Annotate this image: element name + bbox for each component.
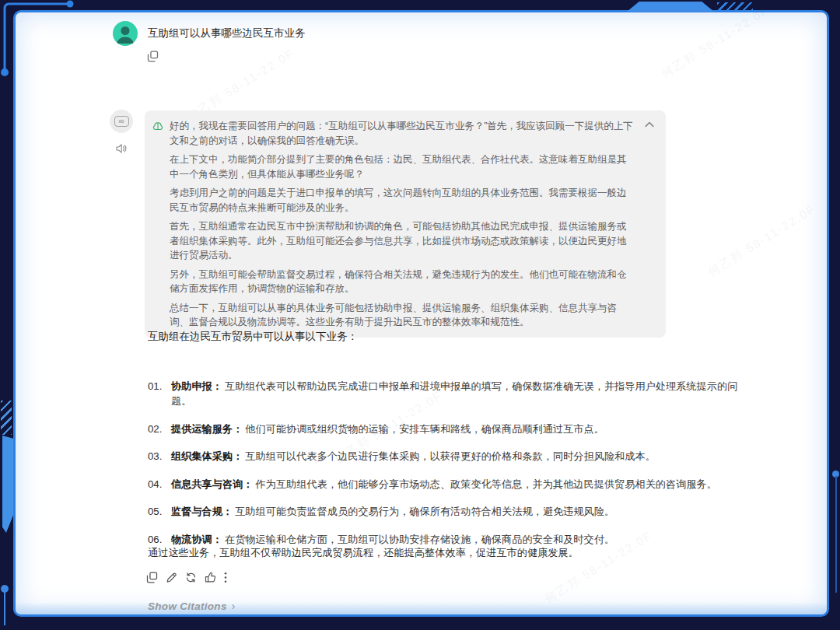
- copy-icon: [146, 572, 158, 583]
- thumbs-up-button[interactable]: [205, 571, 217, 583]
- reasoning-paragraph: 在上下文中，功能简介部分提到了主要的角色包括：边民、互助组代表、合作社代表。这意…: [170, 152, 635, 181]
- edit-button[interactable]: [166, 571, 178, 583]
- list-item: 02. 提供运输服务：他们可能协调或组织货物的运输，安排车辆和路线，确保商品顺利…: [148, 422, 751, 436]
- answer-toolbar: [146, 571, 230, 583]
- person-icon: [113, 21, 138, 46]
- item-label: 组织集体采购：: [171, 450, 243, 462]
- reasoning-icon: [152, 121, 163, 131]
- reasoning-card: 好的，我现在需要回答用户的问题：“互助组可以从事哪些边民互市业务？”首先，我应该…: [145, 110, 666, 338]
- item-label: 协助申报：: [171, 380, 222, 392]
- collapse-reasoning-button[interactable]: [645, 120, 654, 129]
- frame-left-node-line: [4, 591, 6, 625]
- copy-question-button[interactable]: [147, 50, 159, 62]
- chevron-up-icon: [645, 120, 654, 129]
- reasoning-paragraph: 首先，互助组通常在边民互市中扮演帮助和协调的角色，可能包括协助其他边民完成申报、…: [170, 219, 635, 263]
- frame-left-hatch-stripes: [1, 401, 12, 435]
- frame-top-hatch-stripes: [717, 2, 753, 11]
- list-item: 03. 组织集体采购：互助组可以代表多个边民进行集体采购，以获得更好的价格和条款…: [148, 449, 751, 464]
- chevron-right-icon: ›: [232, 600, 236, 612]
- show-citations-link[interactable]: Show Citations›: [148, 600, 236, 612]
- reasoning-paragraph: 总结一下，互助组可以从事的具体业务可能包括协助申报、提供运输服务、组织集体采购、…: [170, 301, 635, 330]
- list-item: 01. 协助申报：互助组代表可以帮助边民完成进口申报单和进境申报单的填写，确保数…: [148, 379, 751, 408]
- more-icon: [224, 572, 227, 583]
- frame-right-node-line: [835, 476, 837, 593]
- user-question-text: 互助组可以从事哪些边民互市业务: [148, 26, 306, 40]
- reasoning-paragraph: 另外，互助组可能会帮助监督交易过程，确保符合相关法规，避免违规行为的发生。他们也…: [170, 268, 635, 296]
- item-label: 信息共享与咨询：: [171, 478, 254, 490]
- frame-left-accent-bar: [2, 436, 13, 533]
- thumbs-up-icon: [205, 572, 216, 583]
- item-number: 01.: [148, 379, 171, 408]
- more-options-button[interactable]: [224, 571, 230, 583]
- item-number: 03.: [148, 449, 171, 464]
- item-text: 他们可能协调或组织货物的运输，安排车辆和路线，确保商品顺利通过互市点。: [245, 423, 604, 435]
- list-item: 04. 信息共享与咨询：作为互助组代表，他们能够分享市场动态、政策变化等信息，并…: [148, 477, 751, 492]
- item-text: 作为互助组代表，他们能够分享市场动态、政策变化等信息，并为其他边民提供贸易相关的…: [256, 478, 717, 490]
- item-number: 04.: [148, 477, 171, 492]
- edit-icon: [166, 572, 177, 583]
- read-aloud-button[interactable]: [115, 142, 128, 155]
- reasoning-paragraph: 考虑到用户之前的问题是关于进口申报单的填写，这次问题转向互助组的具体业务范围。我…: [170, 186, 635, 215]
- reasoning-paragraph: 好的，我现在需要回答用户的问题：“互助组可以从事哪些边民互市业务？”首先，我应该…: [170, 119, 635, 148]
- item-number: 05.: [148, 504, 171, 519]
- frame-corner-line: [0, 0, 86, 86]
- answer-list: 01. 协助申报：互助组代表可以帮助边民完成进口申报单和进境申报单的填写，确保数…: [148, 379, 751, 559]
- copy-icon: [147, 51, 159, 62]
- list-item: 05. 监督与合规：互助组可能负责监督成员的交易行为，确保所有活动符合相关法规，…: [148, 504, 751, 519]
- frame-top-trapezoid: [627, 2, 714, 12]
- item-number: 06.: [148, 532, 171, 547]
- item-text: 互助组可以代表多个边民进行集体采购，以获得更好的价格和条款，同时分担风险和成本。: [245, 450, 656, 462]
- item-text: 在货物运输和仓储方面，互助组可以协助安排存储设施，确保商品的安全和及时交付。: [225, 534, 614, 545]
- answer-intro: 互助组在边民互市贸易中可以从事以下业务：: [148, 330, 358, 344]
- speaker-icon: [115, 142, 128, 155]
- assistant-avatar: ∞: [110, 110, 133, 133]
- item-label: 提供运输服务：: [171, 423, 243, 435]
- copy-answer-button[interactable]: [146, 571, 159, 583]
- app-window: 何乙邦 58-11-22.0F 何乙邦 58-11-22.0F 何乙邦 58-1…: [0, 0, 840, 630]
- answer-closing: 通过这些业务，互助组不仅帮助边民完成贸易流程，还能提高整体效率，促进互市的健康发…: [148, 546, 579, 560]
- item-label: 监督与合规：: [171, 506, 233, 517]
- user-avatar: [113, 21, 138, 46]
- item-text: 互助组代表可以帮助边民完成进口申报单和进境申报单的填写，确保数据准确无误，并指导…: [171, 380, 737, 407]
- regenerate-button[interactable]: [185, 571, 198, 583]
- item-text: 互助组可能负责监督成员的交易行为，确保所有活动符合相关法规，避免违规风险。: [235, 506, 614, 517]
- assistant-logo-icon: ∞: [114, 116, 129, 127]
- item-label: 物流协调：: [171, 534, 222, 545]
- item-number: 02.: [148, 422, 171, 436]
- list-item: 06. 物流协调：在货物运输和仓储方面，互助组可以协助安排存储设施，确保商品的安…: [148, 532, 751, 547]
- show-citations-label: Show Citations: [148, 600, 227, 612]
- regenerate-icon: [185, 572, 197, 583]
